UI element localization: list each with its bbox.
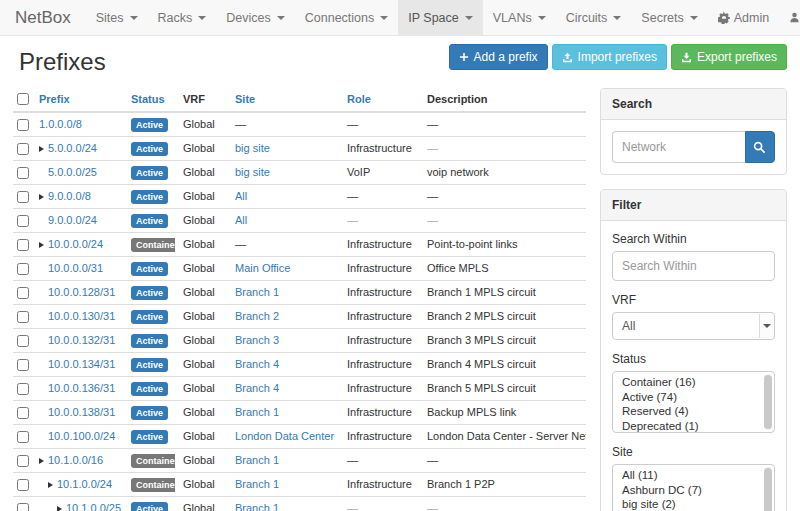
search-button[interactable] xyxy=(745,131,775,163)
nav-item-label: Secrets xyxy=(641,11,683,25)
prefix-link[interactable]: 10.0.0.136/31 xyxy=(48,382,115,394)
row-checkbox[interactable] xyxy=(17,407,29,419)
filter-option[interactable]: Reserved (4) xyxy=(613,404,762,419)
prefix-link[interactable]: 10.0.0.128/31 xyxy=(48,286,115,298)
add-a-prefix-button[interactable]: Add a prefix xyxy=(449,44,548,70)
prefix-link[interactable]: 10.0.0.138/31 xyxy=(48,406,115,418)
filter-option[interactable]: Deprecated (1) xyxy=(613,419,762,433)
nav-item-ip-space[interactable]: IP Space xyxy=(398,0,483,35)
prefix-link[interactable]: 5.0.0.0/24 xyxy=(48,142,97,154)
expand-arrow-icon[interactable] xyxy=(39,242,44,248)
nav-item-profile[interactable]: Profile xyxy=(779,0,800,35)
prefix-link[interactable]: 10.0.0.132/31 xyxy=(48,334,115,346)
row-checkbox[interactable] xyxy=(17,167,29,179)
site-scroll-thumb[interactable] xyxy=(764,468,772,511)
row-checkbox[interactable] xyxy=(17,119,29,131)
site-link[interactable]: All xyxy=(235,190,247,202)
filter-option[interactable]: Active (74) xyxy=(613,390,762,405)
export-prefixes-button[interactable]: Export prefixes xyxy=(671,44,787,70)
prefix-link[interactable]: 1.0.0.0/8 xyxy=(39,118,82,130)
row-checkbox[interactable] xyxy=(17,143,29,155)
nav-item-circuits[interactable]: Circuits xyxy=(556,0,632,35)
prefix-link[interactable]: 10.1.0.0/16 xyxy=(48,454,103,466)
plus-icon xyxy=(459,52,469,62)
table-row: 10.0.0.132/31ActiveGlobalBranch 3Infrast… xyxy=(13,329,586,353)
column-sort-link[interactable]: Site xyxy=(235,93,255,105)
prefix-link[interactable]: 9.0.0.0/8 xyxy=(48,190,91,202)
nav-item-racks[interactable]: Racks xyxy=(148,0,217,35)
import-prefixes-button[interactable]: Import prefixes xyxy=(552,44,667,70)
row-checkbox[interactable] xyxy=(17,503,29,511)
column-sort-link[interactable]: Status xyxy=(131,93,165,105)
prefix-link[interactable]: 10.0.0.0/31 xyxy=(48,262,103,274)
row-checkbox[interactable] xyxy=(17,383,29,395)
search-input[interactable] xyxy=(612,131,745,163)
table-row: 10.0.0.136/31ActiveGlobalBranch 4Infrast… xyxy=(13,377,586,401)
status-scroll-thumb[interactable] xyxy=(764,375,772,429)
column-sort-link[interactable]: Role xyxy=(347,93,371,105)
select-all-checkbox[interactable] xyxy=(17,93,29,105)
expand-arrow-icon[interactable] xyxy=(57,506,62,511)
caret-down-icon xyxy=(538,16,546,20)
search-within-input[interactable] xyxy=(612,251,775,281)
row-checkbox[interactable] xyxy=(17,215,29,227)
filter-option[interactable]: All (11) xyxy=(613,468,762,483)
site-link[interactable]: All xyxy=(235,214,247,226)
expand-arrow-icon[interactable] xyxy=(48,482,53,488)
site-link[interactable]: big site xyxy=(235,166,270,178)
row-checkbox[interactable] xyxy=(17,287,29,299)
status-badge: Active xyxy=(131,502,168,511)
prefix-link[interactable]: 10.0.0.130/31 xyxy=(48,310,115,322)
empty-value: — xyxy=(347,454,358,466)
prefix-link[interactable]: 9.0.0.0/24 xyxy=(48,214,97,226)
nav-item-secrets[interactable]: Secrets xyxy=(631,0,707,35)
site-link[interactable]: Branch 2 xyxy=(235,310,279,322)
filter-option[interactable]: big site (2) xyxy=(613,497,762,511)
row-checkbox[interactable] xyxy=(17,311,29,323)
site-link[interactable]: Branch 1 xyxy=(235,286,279,298)
site-link[interactable]: big site xyxy=(235,142,270,154)
caret-down-icon xyxy=(277,16,285,20)
vrf-select[interactable]: All xyxy=(612,312,775,340)
row-checkbox[interactable] xyxy=(17,191,29,203)
brand-logo[interactable]: NetBox xyxy=(0,0,86,35)
nav-item-connections[interactable]: Connections xyxy=(295,0,399,35)
nav-item-devices[interactable]: Devices xyxy=(216,0,294,35)
site-link[interactable]: London Data Center xyxy=(235,430,334,442)
filter-option[interactable]: Ashburn DC (7) xyxy=(613,483,762,498)
site-link[interactable]: Branch 1 xyxy=(235,502,279,511)
prefix-link[interactable]: 10.1.0.0/24 xyxy=(57,478,112,490)
prefix-link[interactable]: 10.1.0.0/25 xyxy=(66,502,121,511)
site-link[interactable]: Branch 3 xyxy=(235,334,279,346)
prefix-cell: 9.0.0.0/8 xyxy=(39,190,91,202)
site-link[interactable]: Main Office xyxy=(235,262,290,274)
expand-arrow-icon[interactable] xyxy=(39,194,44,200)
nav-item-admin[interactable]: Admin xyxy=(708,0,779,35)
expand-arrow-icon[interactable] xyxy=(39,458,44,464)
site-link[interactable]: Branch 4 xyxy=(235,358,279,370)
site-listbox[interactable]: All (11)Ashburn DC (7)big site (2)Branch… xyxy=(612,464,775,511)
column-sort-link[interactable]: Prefix xyxy=(39,93,70,105)
row-checkbox[interactable] xyxy=(17,479,29,491)
prefix-link[interactable]: 10.0.0.134/31 xyxy=(48,358,115,370)
caret-down-icon xyxy=(465,16,473,20)
nav-item-vlans[interactable]: VLANs xyxy=(483,0,556,35)
filter-option[interactable]: Container (16) xyxy=(613,375,762,390)
site-link[interactable]: Branch 1 xyxy=(235,406,279,418)
prefix-link[interactable]: 10.0.0.0/24 xyxy=(48,238,103,250)
site-link[interactable]: Branch 1 xyxy=(235,454,279,466)
row-checkbox[interactable] xyxy=(17,359,29,371)
row-checkbox[interactable] xyxy=(17,239,29,251)
row-checkbox[interactable] xyxy=(17,455,29,467)
prefix-link[interactable]: 10.0.100.0/24 xyxy=(48,430,115,442)
site-link[interactable]: Branch 1 xyxy=(235,478,279,490)
status-listbox[interactable]: Container (16)Active (74)Reserved (4)Dep… xyxy=(612,371,775,433)
nav-item-sites[interactable]: Sites xyxy=(86,0,148,35)
row-checkbox[interactable] xyxy=(17,263,29,275)
prefix-link[interactable]: 5.0.0.0/25 xyxy=(48,166,97,178)
row-checkbox[interactable] xyxy=(17,431,29,443)
row-checkbox[interactable] xyxy=(17,335,29,347)
expand-arrow-icon[interactable] xyxy=(39,146,44,152)
site-link[interactable]: Branch 4 xyxy=(235,382,279,394)
prefix-cell: 10.0.0.0/24 xyxy=(39,238,103,250)
